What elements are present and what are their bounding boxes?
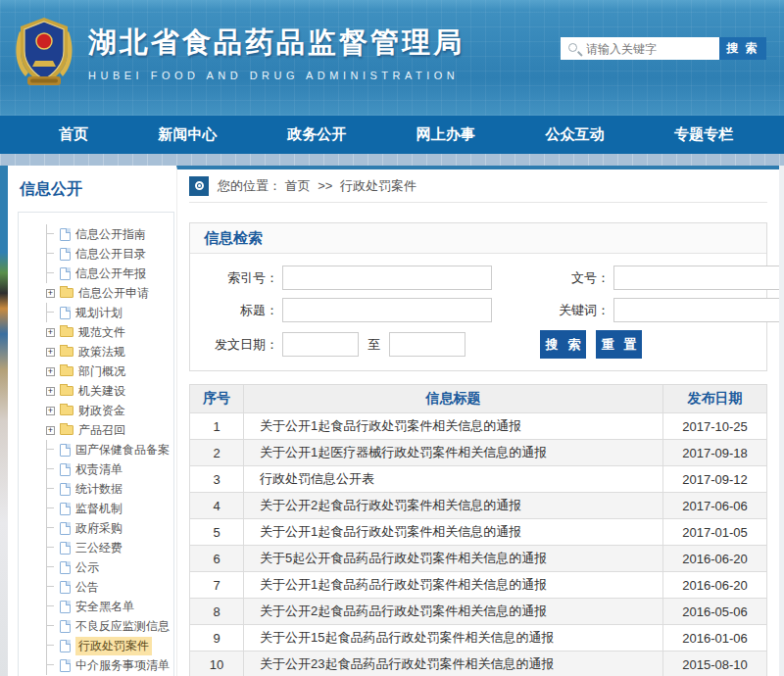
sidebar-item[interactable]: + 权责清单 [46, 459, 172, 479]
row-number: 7 [190, 572, 244, 599]
sidebar-item[interactable]: + 公告 [46, 577, 172, 597]
location-target-icon [189, 176, 209, 196]
title-input[interactable] [282, 298, 492, 322]
expand-plus-icon[interactable]: + [46, 426, 55, 435]
sidebar-item[interactable]: + 信息公开目录 [46, 244, 172, 264]
sidebar-item[interactable]: + 统计数据 [46, 479, 172, 499]
row-number: 9 [190, 625, 244, 652]
nav-item[interactable]: 网上办事 [416, 125, 475, 144]
date-to-input[interactable] [389, 332, 466, 357]
sidebar-item-label: 公示 [75, 559, 99, 576]
sidebar-item-label: 三公经费 [75, 540, 122, 556]
document-icon [60, 248, 71, 261]
index-no-label: 索引号： [196, 269, 278, 287]
index-no-input[interactable] [282, 266, 492, 290]
sidebar-item[interactable]: + 部门概况 [46, 362, 172, 381]
sidebar-item[interactable]: + 中介服务事项清单 [46, 655, 172, 675]
doc-no-input[interactable] [613, 266, 779, 290]
row-date: 2016-06-20 [663, 572, 767, 599]
col-header-title: 信息标题 [244, 385, 663, 413]
row-title-link[interactable]: 行政处罚信息公开表 [244, 466, 663, 493]
table-row: 7 关于公开1起食品药品行政处罚案件相关信息的通报 2016-06-20 [190, 572, 767, 599]
sidebar-item-label: 信息公开年报 [75, 266, 146, 282]
content-area: 信息公开 + 信息公开指南 + [0, 166, 784, 676]
sidebar-item[interactable]: + 三公经费 [46, 538, 172, 557]
sidebar-item[interactable]: + 政策法规 [46, 342, 172, 362]
tree-connector [46, 479, 58, 499]
folder-icon [60, 327, 74, 337]
document-icon [60, 307, 71, 319]
sidebar-item[interactable]: + 监督机制 [46, 499, 172, 518]
date-from-input[interactable] [282, 332, 359, 357]
row-title-link[interactable]: 关于公开1起食品行政处罚案件相关信息的通报 [244, 413, 663, 440]
sidebar-item-label: 信息公开目录 [75, 246, 146, 263]
row-date: 2016-01-06 [663, 625, 767, 652]
row-title-link[interactable]: 关于公开1起食品药品行政处罚案件相关信息的通报 [244, 572, 663, 599]
tree-connector [46, 303, 58, 322]
col-header-date: 发布日期 [663, 385, 767, 413]
folder-icon [60, 386, 74, 396]
row-title-link[interactable]: 关于公开15起食品药品行政处罚案件相关信息的通报 [244, 625, 663, 652]
sidebar-item[interactable]: + 信息公开指南 [46, 224, 172, 244]
nav-item[interactable]: 政务公开 [287, 125, 346, 144]
expand-plus-icon[interactable]: + [46, 367, 55, 376]
expand-plus-icon[interactable]: + [46, 407, 55, 415]
tree-connector [46, 655, 58, 675]
document-icon [60, 620, 71, 633]
tree-connector [46, 636, 58, 655]
nav-item[interactable]: 新闻中心 [159, 125, 218, 144]
sidebar-item-label: 部门概况 [78, 363, 125, 380]
row-title-link[interactable]: 关于公开1起食品行政处罚案件相关信息的通报 [244, 519, 663, 546]
sidebar-item[interactable]: + 政府采购 [46, 518, 172, 538]
document-icon [60, 463, 71, 476]
row-title-link[interactable]: 关于公开2起食品行政处罚案件相关信息的通报 [244, 493, 663, 519]
folder-icon [60, 288, 74, 298]
sidebar-item[interactable]: + 规范文件 [46, 322, 172, 342]
sidebar-item[interactable]: + 公示 [46, 557, 172, 577]
nav-item[interactable]: 公众互动 [545, 125, 604, 144]
date-to-label: 至 [368, 336, 380, 354]
tree-connector [46, 538, 58, 557]
title-label: 标题： [196, 302, 278, 319]
expand-plus-icon[interactable]: + [46, 387, 55, 396]
row-date: 2016-06-20 [663, 546, 767, 572]
header-search-button[interactable]: 搜 索 [719, 37, 766, 60]
search-button[interactable]: 搜 索 [540, 330, 586, 359]
tree-connector [46, 597, 58, 616]
breadcrumb-home-link[interactable]: 首页 [285, 178, 311, 193]
row-title-link[interactable]: 关于5起公开食品药品行政处罚案件相关信息的通报 [244, 546, 663, 572]
sidebar-item[interactable]: + 产品召回 [46, 420, 172, 440]
row-title-link[interactable]: 关于公开2起食品药品行政处罚案件相关信息的通报 [244, 599, 663, 625]
search-icon [568, 43, 577, 52]
keyword-input[interactable] [613, 298, 779, 322]
reset-button[interactable]: 重 置 [596, 330, 642, 359]
sidebar-item-label: 不良反应监测信息 [75, 618, 170, 635]
sidebar-item[interactable]: + 财政资金 [46, 401, 172, 420]
sidebar-item[interactable]: + 行政处罚案件 [46, 636, 172, 655]
nav-item[interactable]: 首页 [59, 125, 88, 144]
sidebar-item[interactable]: + 国产保健食品备案 [46, 440, 172, 459]
sidebar-item[interactable]: + 信息公开年报 [46, 264, 172, 283]
row-title-link[interactable]: 关于公开1起医疗器械行政处罚案件相关信息的通报 [244, 440, 663, 466]
sidebar-item-label: 行政处罚案件 [75, 637, 152, 655]
document-icon [60, 542, 71, 555]
table-row: 9 关于公开15起食品药品行政处罚案件相关信息的通报 2016-01-06 [190, 625, 767, 652]
sidebar-item-label: 政策法规 [78, 344, 125, 361]
document-icon [60, 581, 71, 594]
sidebar-item-label: 财政资金 [78, 403, 125, 419]
expand-plus-icon[interactable]: + [46, 348, 55, 357]
expand-plus-icon[interactable]: + [46, 328, 55, 337]
sidebar-item[interactable]: + 机关建设 [46, 381, 172, 401]
expand-plus-icon[interactable]: + [46, 289, 55, 298]
document-icon [60, 228, 71, 241]
keyword-search-input[interactable] [561, 37, 719, 60]
nav-item[interactable]: 专题专栏 [674, 125, 733, 144]
row-title-link[interactable]: 关于公开23起食品药品行政处罚案件相关信息的通报 [244, 652, 663, 676]
sidebar-item[interactable]: + 安全黑名单 [46, 597, 172, 616]
info-search-panel: 信息检索 索引号： 文号： 标题： [189, 222, 767, 371]
sidebar-item[interactable]: + 规划计划 [46, 303, 172, 322]
sidebar-item[interactable]: + 不良反应监测信息 [46, 616, 172, 636]
document-icon [60, 522, 71, 535]
sidebar-item[interactable]: + 信息公开申请 [46, 283, 172, 303]
table-row: 2 关于公开1起医疗器械行政处罚案件相关信息的通报 2017-09-18 [190, 440, 767, 466]
